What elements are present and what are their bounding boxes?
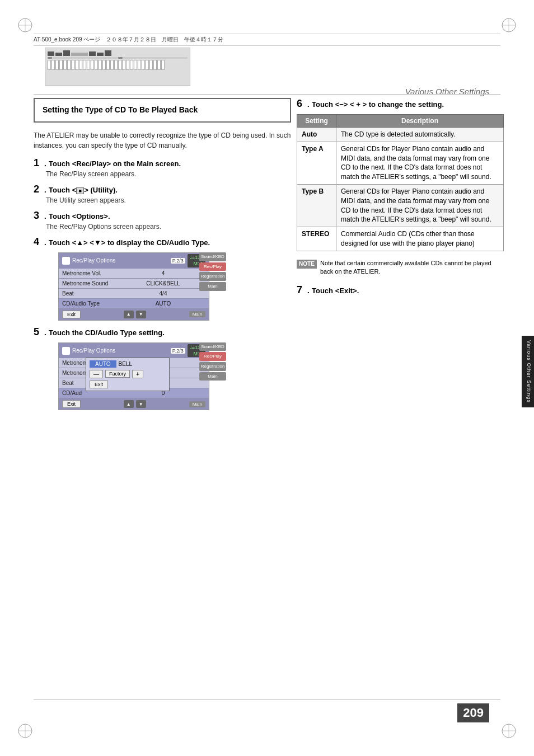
screen-4-icon: [62, 257, 70, 265]
screen-4-row-3: CD/Audio Type AUTO: [59, 299, 209, 309]
step-3-instruction: ．Touch <Options>.: [41, 212, 110, 220]
step-4: 4．Touch <▲> <▼> to display the CD/Audio …: [34, 236, 291, 321]
step-2: 2．Touch <■> (Utility). The Utility scree…: [34, 184, 291, 204]
screen-4-down-btn[interactable]: ▼: [136, 311, 146, 318]
note-box: NOTE Note that certain commercially avai…: [297, 259, 504, 276]
screen-4-up-btn[interactable]: ▲: [124, 311, 134, 318]
screen-4-sidebar-main[interactable]: Main: [199, 282, 226, 291]
file-info-text: AT-500_e.book 209 ページ ２０８年７月２８日 月曜日 午後４時…: [34, 36, 223, 44]
step-1-instruction: ．Touch <Rec/Play> on the Main screen.: [41, 159, 181, 168]
screen-4-main-btn[interactable]: Main: [189, 311, 205, 317]
settings-col2: Description: [336, 115, 504, 128]
screen-5-exit-btn[interactable]: Exit: [62, 400, 81, 408]
step-2-instruction: ．Touch <■> (Utility).: [41, 186, 118, 194]
screen-5-header: Rec/Play Options P.2/3 ♩=130 M: 1: [59, 343, 209, 359]
screen-5-overlay: AUTO BELL — Factory + Exit: [86, 358, 170, 391]
top-rule: [34, 94, 500, 95]
step-7: 7．Touch <Exit>.: [297, 284, 504, 296]
table-row: Type B General CDs for Player Piano cont…: [297, 184, 504, 227]
step-7-num: 7: [297, 284, 302, 295]
setting-typeb-desc: General CDs for Player Piano contain aud…: [336, 184, 504, 227]
screen-5-sidebar: Sound/KBD Rec/Play Registration Main: [199, 342, 226, 381]
section-title: Setting the Type of CD To Be Played Back: [43, 105, 282, 115]
setting-stereo-label: STEREO: [297, 227, 336, 251]
screen-5-display: Rec/Play Options P.2/3 ♩=130 M: 1 Metron…: [58, 342, 209, 411]
screen-5-footer: Exit ▲ ▼ Main: [59, 398, 209, 410]
corner-mark-br: [500, 722, 517, 739]
setting-stereo-desc: Commercial Audio CD (CDs other than thos…: [336, 227, 504, 251]
overlay-minus-btn[interactable]: —: [90, 370, 103, 378]
settings-table: Setting Description Auto The CD type is …: [297, 114, 504, 251]
screen-5-sidebar-soundkbd[interactable]: Sound/KBD: [199, 342, 226, 351]
step-2-sub: The Utility screen appears.: [46, 196, 291, 204]
table-row: STEREO Commercial Audio CD (CDs other th…: [297, 227, 504, 251]
bottom-rule: [34, 699, 500, 700]
step-3-num: 3: [34, 210, 39, 221]
table-row: Type A General CDs for Player Piano cont…: [297, 142, 504, 184]
page-number: 209: [457, 703, 489, 722]
screen-5-title: Rec/Play Options: [72, 348, 115, 354]
step-1-sub: The Rec/Play screen appears.: [46, 170, 291, 178]
overlay-auto-highlight: AUTO: [90, 360, 116, 368]
note-text: Note that certain commercially available…: [320, 259, 504, 276]
setting-typea-label: Type A: [297, 142, 336, 184]
overlay-exit-btn[interactable]: Exit: [90, 381, 108, 388]
intro-text: The ATELIER may be unable to correctly r…: [34, 130, 291, 151]
screen-4-display: Rec/Play Options P.2/3 ♩=130 M: 1 Metron…: [58, 252, 209, 321]
screen-5-down-btn[interactable]: ▼: [136, 400, 146, 408]
corner-mark-tl: [17, 17, 34, 34]
screen-5-up-btn[interactable]: ▲: [124, 400, 134, 408]
step-6-num: 6: [297, 98, 302, 109]
settings-col1: Setting: [297, 115, 336, 128]
screen-4-header: Rec/Play Options P.2/3 ♩=130 M: 1: [59, 253, 209, 269]
screen-4-exit-btn[interactable]: Exit: [62, 311, 81, 318]
screen-5-sidebar-registration[interactable]: Registration: [199, 362, 226, 371]
setting-typeb-label: Type B: [297, 184, 336, 227]
screen-4-sidebar-soundkbd[interactable]: Sound/KBD: [199, 252, 226, 261]
main-content: Setting the Type of CD To Be Played Back…: [34, 98, 291, 416]
overlay-plus-btn[interactable]: +: [132, 370, 143, 378]
top-image-area: [45, 48, 202, 88]
screen-5-main-btn[interactable]: Main: [189, 401, 205, 407]
screen-5-icon: [62, 347, 70, 355]
screen-5-sidebar-main[interactable]: Main: [199, 372, 226, 381]
page-section-title: Various Other Settings: [405, 87, 489, 96]
step-1: 1．Touch <Rec/Play> on the Main screen. T…: [34, 157, 291, 178]
setting-auto-label: Auto: [297, 128, 336, 142]
screen-mockup-5: Rec/Play Options P.2/3 ♩=130 M: 1 Metron…: [46, 342, 225, 411]
screen-4-footer: Exit ▲ ▼ Main: [59, 309, 209, 320]
step-5-num: 5: [34, 326, 39, 337]
step-6-header: 6．Touch <−> < + > to change the setting.: [297, 98, 504, 110]
overlay-factory-btn[interactable]: Factory: [105, 370, 130, 378]
setting-typea-desc: General CDs for Player Piano contain aud…: [336, 142, 504, 184]
screen-4-title: Rec/Play Options: [72, 257, 115, 264]
section-title-box: Setting the Type of CD To Be Played Back: [34, 98, 291, 123]
corner-mark-tr: [500, 17, 517, 34]
screen-4-sidebar: Sound/KBD Rec/Play Registration Main: [199, 252, 226, 290]
screen-4-row-1: Metronome Sound CLICK&BELL: [59, 279, 209, 289]
screen-4-page: P.2/3: [171, 258, 185, 264]
corner-mark-bl: [17, 722, 34, 739]
screen-5-page: P.2/3: [171, 348, 185, 354]
side-tab: Various Other Settings: [522, 336, 534, 407]
screen-mockup-4: Rec/Play Options P.2/3 ♩=130 M: 1 Metron…: [46, 252, 225, 321]
note-label: NOTE: [297, 260, 317, 269]
step-3: 3．Touch <Options>. The Rec/Play Options …: [34, 210, 291, 231]
step-4-num: 4: [34, 236, 39, 247]
overlay-bell-text: BELL: [119, 361, 132, 367]
screen-4-row-0: Metronome Vol. 4: [59, 269, 209, 279]
step-5: 5．Touch the CD/Audio Type setting. Rec/P…: [34, 326, 291, 411]
file-info-bar: AT-500_e.book 209 ページ ２０８年７月２８日 月曜日 午後４時…: [34, 34, 500, 46]
step-3-sub: The Rec/Play Options screen appears.: [46, 223, 291, 231]
table-row: Auto The CD type is detected automatical…: [297, 128, 504, 142]
step-1-num: 1: [34, 157, 39, 168]
step-4-instruction: ．Touch <▲> <▼> to display the CD/Audio T…: [41, 238, 210, 247]
screen-5-sidebar-recplay[interactable]: Rec/Play: [199, 352, 226, 361]
step-2-num: 2: [34, 184, 39, 195]
screen-4-sidebar-recplay[interactable]: Rec/Play: [199, 262, 226, 271]
screen-4-row-2: Beat 4/4: [59, 289, 209, 299]
right-content: 6．Touch <−> < + > to change the setting.…: [297, 98, 504, 302]
step-5-instruction: ．Touch the CD/Audio Type setting.: [41, 328, 165, 337]
screen-4-sidebar-registration[interactable]: Registration: [199, 272, 226, 281]
setting-auto-desc: The CD type is detected automatically.: [336, 128, 504, 142]
